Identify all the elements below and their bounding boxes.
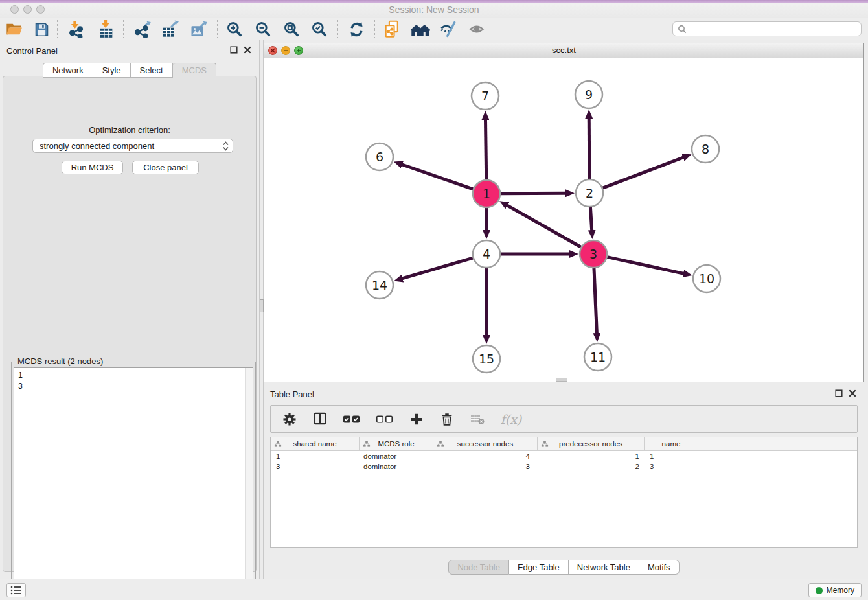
- table-row[interactable]: 1dominator411: [271, 451, 857, 461]
- first-neighbors-button[interactable]: [411, 19, 430, 39]
- columns-icon: [313, 411, 328, 426]
- tab-edge-table[interactable]: Edge Table: [509, 560, 569, 575]
- result-scrollbar[interactable]: [245, 368, 253, 600]
- control-panel: Control Panel NetworkStyleSelectMCDS Opt…: [0, 40, 259, 579]
- export-table-icon: [161, 20, 179, 38]
- float-panel-icon[interactable]: [230, 46, 238, 54]
- hide-selected-button[interactable]: [439, 19, 459, 39]
- search-field[interactable]: [672, 21, 862, 36]
- attribute-options-button[interactable]: [281, 411, 298, 428]
- mcds-result-box[interactable]: 13: [14, 367, 253, 600]
- table-panel: Table Panel: [264, 387, 864, 575]
- tab-mcds[interactable]: MCDS: [173, 63, 216, 78]
- export-image-button[interactable]: [188, 19, 208, 39]
- export-table-button[interactable]: [160, 19, 179, 39]
- mcds-result-group: MCDS result (2 nodes) 13: [11, 362, 256, 600]
- table-toolbar: f(x): [270, 405, 858, 433]
- memory-button[interactable]: Memory: [808, 583, 862, 597]
- graph-node-3[interactable]: 3: [580, 240, 607, 268]
- delete-table-button[interactable]: [469, 411, 486, 428]
- toolbar-separator: [337, 20, 338, 38]
- close-panel-icon[interactable]: [849, 389, 856, 397]
- application-window: Session: New Session: [0, 0, 868, 600]
- table-row[interactable]: 3dominator323: [271, 461, 857, 472]
- graph-edge-2-8[interactable]: [603, 157, 684, 188]
- svg-text:4: 4: [483, 247, 490, 261]
- graph-edge-3-1[interactable]: [507, 205, 580, 248]
- graph-node-7[interactable]: 7: [472, 82, 499, 110]
- graph-node-8[interactable]: 8: [692, 135, 719, 163]
- zoom-in-button[interactable]: [225, 19, 244, 39]
- table-cell: 3: [645, 463, 698, 470]
- import-table-button[interactable]: [97, 19, 116, 39]
- zoom-out-button[interactable]: [253, 19, 273, 39]
- deselect-all-button[interactable]: [375, 411, 394, 428]
- save-session-button[interactable]: [32, 19, 51, 39]
- graph-node-14[interactable]: 14: [366, 271, 393, 299]
- graph-edge-1-2[interactable]: [501, 193, 566, 194]
- search-input[interactable]: [690, 23, 856, 34]
- add-column-button[interactable]: [408, 411, 425, 428]
- refresh-view-button[interactable]: [347, 19, 366, 39]
- network-resize-nub[interactable]: [556, 378, 567, 382]
- show-column-panel-button[interactable]: [312, 411, 328, 428]
- houses-icon: [411, 19, 430, 39]
- column-header-shared-name[interactable]: shared name: [271, 437, 360, 450]
- graph-edge-1-7[interactable]: [485, 119, 486, 179]
- criterion-dropdown[interactable]: strongly connected component: [32, 139, 233, 153]
- status-bar: Memory: [0, 579, 868, 600]
- search-icon: [678, 25, 687, 34]
- graph-node-4[interactable]: 4: [473, 240, 500, 268]
- tab-network[interactable]: Network: [43, 63, 93, 78]
- graph-node-9[interactable]: 9: [575, 81, 602, 108]
- show-all-button[interactable]: [468, 19, 487, 39]
- unchecked-boxes-icon: [376, 414, 394, 424]
- node-table: shared nameMCDS rolesuccessor nodesprede…: [270, 437, 858, 548]
- graph-edge-4-14[interactable]: [402, 258, 473, 279]
- tab-style[interactable]: Style: [93, 63, 131, 78]
- zoom-fit-button[interactable]: [282, 19, 301, 39]
- column-header-name[interactable]: name: [645, 437, 698, 450]
- graph-node-1[interactable]: 1: [473, 180, 500, 207]
- import-network-button[interactable]: [67, 19, 86, 39]
- graph-edge-3-11[interactable]: [594, 268, 597, 334]
- graph-edge-2-3[interactable]: [590, 207, 591, 231]
- graph-edge-3-10[interactable]: [607, 257, 683, 274]
- select-all-button[interactable]: [342, 411, 361, 428]
- graph-node-11[interactable]: 11: [584, 343, 611, 371]
- run-mcds-button[interactable]: Run MCDS: [62, 161, 123, 174]
- table-cell: 1: [271, 452, 360, 460]
- graph-node-15[interactable]: 15: [473, 345, 500, 373]
- graph-node-10[interactable]: 10: [693, 265, 720, 292]
- function-builder-button[interactable]: f(x): [499, 411, 523, 428]
- float-panel-icon[interactable]: [835, 389, 843, 397]
- export-image-icon: [189, 20, 207, 38]
- export-network-button[interactable]: [133, 19, 152, 39]
- optimization-criterion-label: Optimization criterion:: [3, 125, 256, 135]
- network-canvas[interactable]: 7968124314101511: [264, 58, 863, 382]
- graph-node-6[interactable]: 6: [366, 143, 393, 170]
- delete-column-button[interactable]: [439, 411, 455, 428]
- column-header-successor-nodes[interactable]: successor nodes: [433, 437, 538, 450]
- close-panel-icon[interactable]: [244, 46, 251, 54]
- table-body: 1dominator4113dominator323: [271, 451, 857, 472]
- open-session-button[interactable]: [5, 19, 24, 39]
- tab-motifs[interactable]: Motifs: [639, 560, 680, 575]
- new-network-from-selection-button[interactable]: [382, 19, 402, 39]
- tab-select[interactable]: Select: [131, 63, 173, 78]
- checked-boxes-icon: [343, 414, 361, 424]
- zoom-selected-button[interactable]: [310, 19, 329, 39]
- close-panel-button[interactable]: Close panel: [132, 161, 199, 174]
- graph-edge-2-9[interactable]: [589, 118, 589, 179]
- tab-network-table[interactable]: Network Table: [569, 560, 639, 575]
- graph-edge-1-6[interactable]: [402, 165, 473, 189]
- tab-node-table[interactable]: Node Table: [448, 560, 509, 575]
- panel-splitter[interactable]: [259, 40, 264, 579]
- column-header-mcds-role[interactable]: MCDS role: [360, 437, 433, 450]
- graph-node-2[interactable]: 2: [576, 179, 603, 207]
- task-history-button[interactable]: [6, 583, 26, 597]
- svg-text:3: 3: [589, 247, 597, 261]
- table-tabs: Node TableEdge TableNetwork TableMotifs: [264, 560, 864, 575]
- column-header-filler: [698, 437, 857, 450]
- column-header-predecessor-nodes[interactable]: predecessor nodes: [538, 437, 645, 450]
